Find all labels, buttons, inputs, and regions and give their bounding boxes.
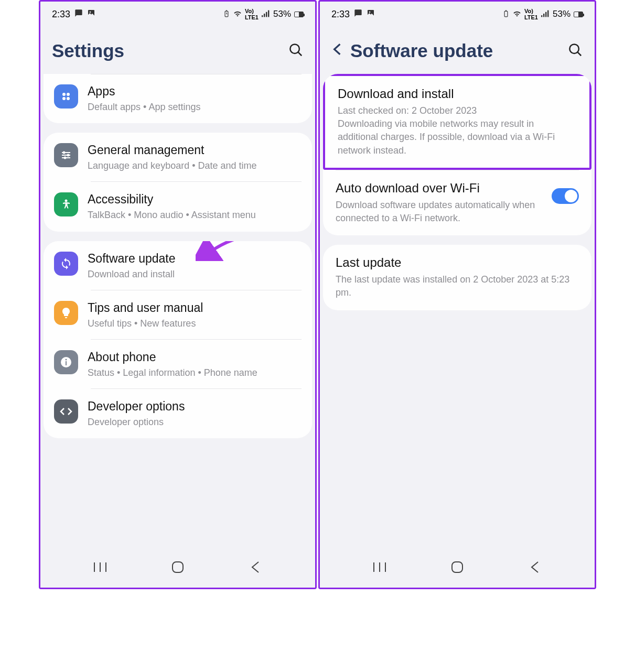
gallery-icon [367,9,375,20]
battery-icon [294,12,304,17]
accessibility-icon [54,192,78,216]
nav-bar [40,549,315,588]
svg-rect-27 [173,562,183,572]
svg-rect-6 [266,12,267,17]
update-card: Last update The last update was installe… [323,245,591,310]
header: Settings [40,25,315,74]
battery-percent: 53% [273,9,291,19]
status-time: 2:33 [331,9,350,20]
settings-content[interactable]: Apps Default apps • App settings General… [40,74,315,549]
tips-icon [54,301,78,325]
svg-point-17 [67,154,70,157]
svg-point-15 [63,151,66,154]
svg-rect-7 [268,10,269,17]
item-subtitle: Language and keyboard • Date and time [88,159,302,172]
settings-item-tips[interactable]: Tips and user manual Useful tips • New f… [44,290,312,340]
battery-icon [574,12,583,17]
header-back-button[interactable] [331,42,343,60]
settings-item-general[interactable]: General management Language and keyboard… [44,133,312,182]
home-button[interactable] [167,559,188,575]
svg-rect-4 [262,15,263,17]
item-subtitle: Download and install [88,268,302,281]
item-title: Auto download over Wi-Fi [336,181,543,196]
wifi-icon [233,9,242,19]
battery-saver-icon [223,10,230,19]
page-title: Software update [350,40,493,61]
svg-point-19 [64,157,67,159]
item-title: Software update [88,252,302,266]
svg-rect-32 [541,15,542,17]
auto-download-toggle[interactable] [552,188,579,204]
item-title: Last update [336,255,579,270]
svg-point-11 [67,93,70,96]
home-button[interactable] [447,559,468,575]
svg-rect-41 [452,562,462,572]
svg-line-37 [577,52,581,56]
settings-card: Software update Download and install Tip… [44,241,312,439]
svg-point-1 [90,11,91,13]
settings-item-apps[interactable]: Apps Default apps • App settings [44,74,312,123]
item-subtitle: Status • Legal information • Phone name [88,366,302,380]
recents-button[interactable] [90,559,111,575]
nav-bar [320,549,595,588]
status-bar: 2:33 Vo)LTE1 53% [320,2,595,25]
item-title: Apps [88,84,302,99]
settings-item-developer[interactable]: Developer options Developer options [44,389,312,438]
svg-rect-35 [547,10,548,17]
back-button[interactable] [524,559,545,575]
download-install-item[interactable]: Download and install Last checked on: 2 … [325,76,589,168]
svg-point-12 [62,97,66,100]
auto-download-item[interactable]: Auto download over Wi-Fi Download softwa… [323,170,591,235]
svg-rect-34 [545,12,546,17]
svg-rect-33 [543,14,544,17]
status-time: 2:33 [52,9,70,20]
search-button[interactable] [567,42,583,60]
item-title: Accessibility [88,192,302,207]
svg-point-36 [569,44,579,53]
update-content[interactable]: Download and install Last checked on: 2 … [320,74,595,549]
last-update-item[interactable]: Last update The last update was installe… [323,245,591,310]
update-card: Download and install Last checked on: 2 … [323,74,591,235]
svg-rect-30 [504,11,508,16]
settings-item-software-update[interactable]: Software update Download and install [44,241,312,290]
item-title: About phone [88,350,302,364]
item-title: Developer options [88,399,302,414]
phone-right-software-update: 2:33 Vo)LTE1 53% [318,0,596,589]
item-subtitle: Useful tips • New features [88,317,302,330]
gallery-icon [87,9,95,20]
item-line2: Downloading via mobile networks may resu… [338,117,577,157]
general-icon [54,143,78,167]
developer-icon [54,399,78,424]
header: Software update [320,25,595,74]
back-button[interactable] [245,559,266,575]
item-desc: Download software updates automatically … [336,199,543,225]
settings-item-accessibility[interactable]: Accessibility TalkBack • Mono audio • As… [44,182,312,231]
apps-icon [54,84,78,109]
item-line1: Last checked on: 2 October 2023 [338,104,577,117]
svg-rect-5 [264,14,265,17]
chat-icon [354,9,362,20]
svg-point-29 [369,11,371,13]
status-bar: 2:33 Vo)LTE1 53% [40,2,315,25]
item-title: Tips and user manual [88,301,302,315]
software-update-icon [54,252,78,276]
recents-button[interactable] [369,559,390,575]
svg-point-23 [66,359,67,360]
item-subtitle: Developer options [88,416,302,429]
item-desc: The last update was installed on 2 Octob… [336,273,579,299]
battery-percent: 53% [553,9,571,19]
svg-point-10 [62,93,66,96]
settings-card: General management Language and keyboard… [44,133,312,231]
settings-card: Apps Default apps • App settings [44,74,312,123]
volte-icon: Vo)LTE1 [524,8,538,20]
signal-icon [262,10,270,19]
svg-rect-22 [66,361,67,365]
item-subtitle: TalkBack • Mono audio • Assistant menu [88,209,302,222]
page-title: Settings [52,40,124,61]
settings-item-about[interactable]: About phone Status • Legal information •… [44,340,312,389]
search-button[interactable] [288,42,304,60]
tutorial-highlight: Download and install Last checked on: 2 … [323,74,591,170]
volte-icon: Vo)LTE1 [245,8,259,20]
item-title: Download and install [338,86,577,101]
chat-icon [74,9,83,20]
